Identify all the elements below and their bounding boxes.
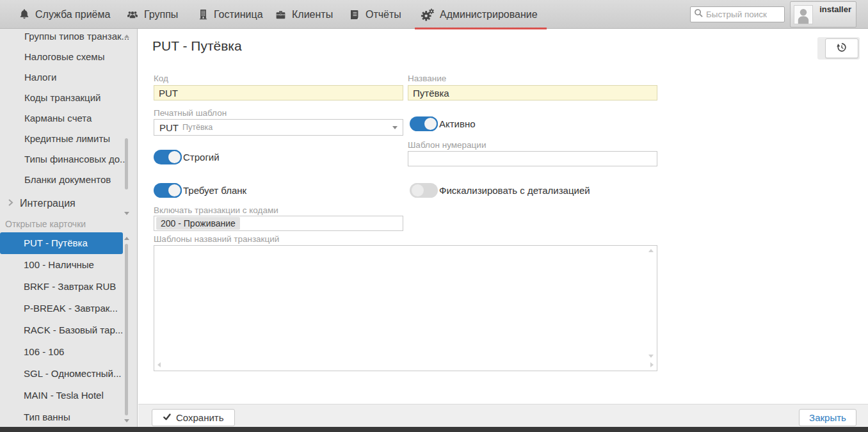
sidebar-item-credit-limits[interactable]: Кредитные лимиты xyxy=(0,129,137,149)
nav-item-label: Гостиница xyxy=(214,9,263,20)
print-template-label: Печатный шаблон xyxy=(154,108,227,118)
history-button[interactable] xyxy=(825,38,858,58)
numbering-template-label: Шаблон нумерации xyxy=(408,140,486,150)
footer-bar: Сохранить Закрыть xyxy=(138,404,868,428)
nav-item-label: Группы xyxy=(144,9,178,20)
scroll-up-icon[interactable] xyxy=(648,249,654,252)
open-card-brkf[interactable]: BRKF - Завтрак RUB xyxy=(0,276,123,298)
scroll-up-icon[interactable] xyxy=(124,237,129,240)
transaction-code-tag[interactable]: 200 - Проживание xyxy=(156,217,240,230)
scrollbar-thumb[interactable] xyxy=(125,244,128,415)
open-card-rack[interactable]: RACK - Базовый тар... xyxy=(0,319,123,341)
strict-toggle-label: Строгий xyxy=(183,152,220,163)
fiscalize-toggle-row: Фискализировать с детализацией xyxy=(410,183,590,198)
fiscalize-toggle[interactable] xyxy=(410,183,438,198)
users-icon xyxy=(125,8,140,21)
building-icon xyxy=(197,8,209,21)
open-card-106[interactable]: 106 - 106 xyxy=(0,341,123,363)
scrollbar-thumb[interactable] xyxy=(125,138,128,189)
selected-option-code: PUT xyxy=(159,122,179,133)
gears-icon xyxy=(420,8,435,22)
scroll-right-icon[interactable] xyxy=(650,362,654,367)
history-icon xyxy=(836,42,848,55)
requires-form-toggle-row: Требует бланк xyxy=(154,183,246,198)
transaction-name-templates-textarea[interactable] xyxy=(154,245,657,371)
nav-item-administration[interactable]: Администрирование xyxy=(420,0,538,29)
sidebar-item-financial-doc-types[interactable]: Типы финансовых до... xyxy=(0,149,137,170)
print-template-select[interactable]: PUT Путёвка xyxy=(154,119,403,136)
sidebar-scrollbar-bottom[interactable] xyxy=(122,235,131,424)
sidebar-item-transaction-type-groups[interactable]: Группы типов транзак... xyxy=(0,29,137,47)
nav-item-label: Клиенты xyxy=(292,9,333,20)
app-window: Служба приёма Группы Гостиница Клиенты О xyxy=(0,0,868,432)
user-menu[interactable]: installer xyxy=(790,1,856,28)
open-card-bath-type[interactable]: Тип ванны xyxy=(0,406,123,428)
sidebar-item-account-pockets[interactable]: Карманы счета xyxy=(0,108,137,129)
admin-menu-list: Группы типов транзак... Налоговые схемы … xyxy=(0,29,137,190)
user-name: installer xyxy=(819,4,851,14)
sidebar-item-transaction-codes[interactable]: Коды транзакций xyxy=(0,88,137,108)
toggle-knob xyxy=(167,183,182,198)
open-card-pbreak[interactable]: P-BREAK - Завтрак... xyxy=(0,298,123,319)
briefcase-icon xyxy=(274,8,287,21)
sidebar-item-taxes[interactable]: Налоги xyxy=(0,67,137,88)
toggle-knob xyxy=(167,150,182,164)
code-label: Код xyxy=(154,74,168,83)
name-input[interactable] xyxy=(408,85,657,100)
nav-item-front-desk[interactable]: Служба приёма xyxy=(18,0,110,29)
sidebar-scrollbar-top[interactable] xyxy=(122,33,131,217)
history-button-group xyxy=(817,37,860,60)
close-button[interactable]: Закрыть xyxy=(799,409,856,426)
check-icon xyxy=(163,412,172,423)
save-button[interactable]: Сохранить xyxy=(152,409,235,426)
toggle-knob xyxy=(410,183,425,198)
scroll-down-icon[interactable] xyxy=(648,355,654,358)
active-toggle[interactable] xyxy=(410,116,438,131)
include-transactions-label: Включать транзакции с кодами xyxy=(154,205,278,215)
fiscalize-toggle-label: Фискализировать с детализацией xyxy=(439,185,590,196)
toggle-knob xyxy=(423,116,438,131)
scroll-down-icon[interactable] xyxy=(124,212,129,215)
bottom-strip xyxy=(0,427,868,432)
scroll-left-icon[interactable] xyxy=(157,362,161,367)
requires-form-toggle[interactable] xyxy=(154,183,182,198)
bell-icon xyxy=(18,8,31,21)
open-card-100[interactable]: 100 - Наличные xyxy=(0,254,123,276)
card-editor: PUT - Путёвка Код Название Печатный шабл… xyxy=(138,29,868,404)
integration-label: Интеграция xyxy=(20,198,76,209)
quick-search[interactable] xyxy=(690,6,785,22)
sidebar: Группы типов транзак... Налоговые схемы … xyxy=(0,29,138,428)
search-input[interactable] xyxy=(706,10,780,19)
open-card-main[interactable]: MAIN - Tesla Hotel xyxy=(0,385,123,406)
name-label: Название xyxy=(408,74,446,83)
transaction-name-templates-label: Шаблоны названий транзакций xyxy=(154,234,279,244)
strict-toggle[interactable] xyxy=(154,150,182,164)
avatar xyxy=(794,5,813,24)
search-icon xyxy=(694,8,703,20)
code-input[interactable] xyxy=(154,85,403,100)
open-card-put[interactable]: PUT - Путёвка xyxy=(0,232,123,254)
nav-item-groups[interactable]: Группы xyxy=(125,0,178,29)
selected-option-name: Путёвка xyxy=(182,123,213,132)
requires-form-toggle-label: Требует бланк xyxy=(183,185,246,196)
nav-item-label: Администрирование xyxy=(440,9,538,20)
sidebar-item-integration[interactable]: Интеграция xyxy=(0,194,123,213)
nav-item-hotel[interactable]: Гостиница xyxy=(197,0,263,29)
chevron-down-icon xyxy=(392,126,398,129)
close-button-label: Закрыть xyxy=(809,412,846,423)
chevron-right-icon xyxy=(6,198,15,209)
nav-item-label: Отчёты xyxy=(366,9,401,20)
open-card-sgl[interactable]: SGL - Одноместный... xyxy=(0,363,123,385)
top-navigation: Служба приёма Группы Гостиница Клиенты О xyxy=(0,0,868,29)
scroll-down-icon[interactable] xyxy=(124,419,129,422)
sidebar-item-tax-schemes[interactable]: Налоговые схемы xyxy=(0,47,137,67)
sidebar-item-document-forms[interactable]: Бланки документов xyxy=(0,170,137,190)
scroll-up-icon[interactable] xyxy=(124,35,129,38)
numbering-template-input[interactable] xyxy=(408,151,657,166)
nav-item-clients[interactable]: Клиенты xyxy=(274,0,333,29)
active-toggle-label: Активно xyxy=(439,118,476,129)
nav-item-reports[interactable]: Отчёты xyxy=(348,0,401,29)
active-toggle-row: Активно xyxy=(410,116,476,131)
include-transactions-input[interactable]: 200 - Проживание xyxy=(154,216,403,231)
nav-item-label: Служба приёма xyxy=(35,9,110,20)
